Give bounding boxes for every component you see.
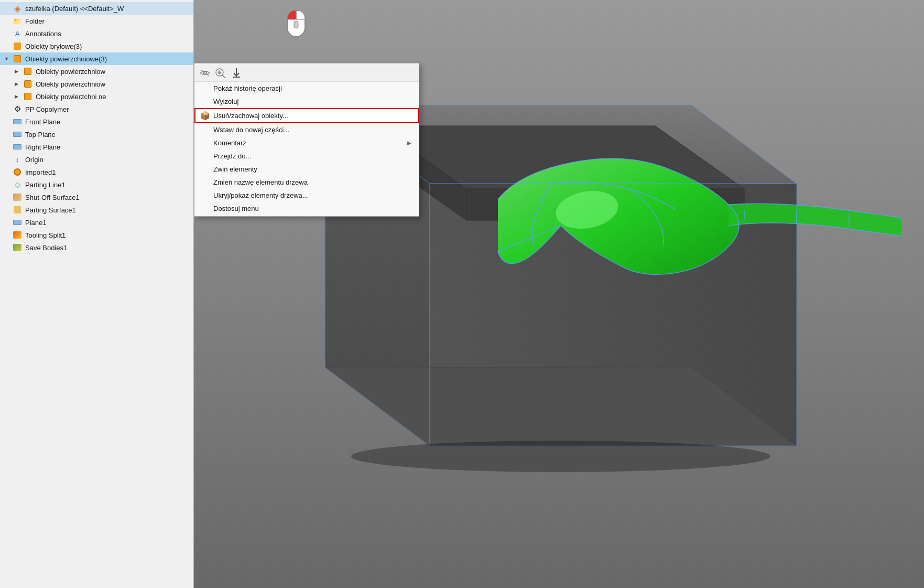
svg-line-20	[222, 75, 225, 78]
submenu-arrow-icon: ▶	[407, 140, 411, 146]
tree-item-top-plane[interactable]: Top Plane	[0, 128, 193, 141]
show-history-label: Pokaż historię operacji	[213, 84, 282, 92]
menu-item-show-history[interactable]: Pokaż historię operacji	[194, 82, 419, 95]
menu-item-insert-new-part[interactable]: Wstaw do nowej części...	[194, 123, 419, 136]
tree-item-title[interactable]: ◈ szufelka (Default) <<Default>_W	[0, 2, 193, 15]
tree-item-parting-surface1[interactable]: Parting Surface1	[0, 204, 193, 216]
hide-icon[interactable]	[199, 67, 211, 79]
context-menu-toolbar	[194, 65, 419, 82]
folder-icon: 📁	[13, 16, 22, 26]
expand-arrow: ▶	[15, 94, 22, 99]
solid-bodies-icon	[13, 41, 22, 51]
customize-label: Dostosuj menu	[213, 205, 259, 212]
save-bodies1-icon	[13, 243, 22, 252]
origin-icon: ↕	[13, 155, 22, 164]
expand-arrow: ▼	[4, 56, 12, 61]
go-to-label: Przejdź do...	[213, 152, 251, 160]
menu-item-remove-keep[interactable]: 📦 Usuń/zachowaj obiekty...	[194, 108, 419, 123]
zoom-icon[interactable]	[214, 67, 227, 79]
comment-label: Komentarz	[213, 139, 246, 147]
feature-tree[interactable]: ◈ szufelka (Default) <<Default>_W 📁 Fold…	[0, 0, 194, 588]
surface1-label: Obiekty powierzchniow	[36, 68, 105, 76]
isolate-label: Wyizoluj	[213, 98, 238, 105]
tree-item-right-plane[interactable]: Right Plane	[0, 141, 193, 153]
surface2-label: Obiekty powierzchniow	[36, 80, 105, 88]
surface2-icon	[23, 79, 32, 89]
expand-arrow: ▶	[15, 69, 22, 74]
folder-label: Folder	[25, 17, 45, 25]
collapse-label: Zwiń elementy	[213, 165, 257, 173]
plane1-icon	[13, 218, 22, 227]
menu-item-comment[interactable]: Komentarz ▶	[194, 136, 419, 149]
save-bodies1-label: Save Bodies1	[25, 244, 67, 252]
parting-surface1-icon	[13, 205, 22, 215]
parting-surface1-label: Parting Surface1	[25, 206, 76, 214]
remove-keep-label: Usuń/zachowaj obiekty...	[213, 112, 288, 120]
surface3-icon	[23, 92, 32, 101]
imported1-icon	[13, 167, 22, 177]
expand-arrow: ▶	[15, 81, 22, 87]
tree-item-front-plane[interactable]: Front Plane	[0, 115, 193, 128]
rename-label: Zmień nazwę elementu drzewa	[213, 178, 308, 186]
tree-item-surface3[interactable]: ▶ Obiekty powierzchni ne	[0, 90, 193, 103]
menu-item-rename[interactable]: Zmień nazwę elementu drzewa	[194, 176, 419, 189]
plane1-label: Plane1	[25, 219, 46, 227]
move-down-icon[interactable]	[230, 67, 243, 79]
hide-show-tree-label: Ukryj/pokaż elementy drzewa...	[213, 191, 308, 199]
menu-item-go-to[interactable]: Przejdź do...	[194, 149, 419, 163]
menu-item-isolate[interactable]: Wyizoluj	[194, 95, 419, 108]
tree-item-pp-copolymer[interactable]: ⚙ PP Copolymer	[0, 103, 193, 115]
mouse-cursor-icon	[283, 5, 309, 42]
remove-keep-icon: 📦	[200, 111, 210, 121]
imported1-label: Imported1	[25, 168, 56, 176]
tree-item-parting-line1[interactable]: ◇ Parting Line1	[0, 178, 193, 191]
shutoff-surface1-label: Shut-Off Surface1	[25, 194, 80, 201]
solid-bodies-label: Obiekty bryłowe(3)	[25, 42, 82, 50]
surface3-label: Obiekty powierzchni ne	[36, 93, 106, 101]
menu-item-customize[interactable]: Dostosuj menu	[194, 202, 419, 215]
surface-bodies-label: Obiekty powierzchniowe(3)	[25, 55, 107, 63]
tree-item-plane1[interactable]: Plane1	[0, 216, 193, 229]
surface-bodies-icon	[13, 54, 22, 63]
front-plane-icon	[13, 117, 22, 126]
material-icon: ⚙	[13, 104, 22, 114]
front-plane-label: Front Plane	[25, 118, 60, 126]
pp-copolymer-label: PP Copolymer	[25, 105, 69, 113]
svg-rect-2	[294, 21, 298, 28]
tree-item-tooling-split1[interactable]: Tooling Split1	[0, 229, 193, 241]
3d-viewport[interactable]: Pokaż historię operacji Wyizoluj 📦 Usuń/…	[194, 0, 924, 588]
surface1-icon	[23, 67, 32, 76]
part-icon: ◈	[13, 4, 22, 13]
svg-point-15	[351, 441, 770, 472]
tree-item-shutoff-surface1[interactable]: Shut-Off Surface1	[0, 191, 193, 204]
shutoff-surface1-icon	[13, 193, 22, 202]
right-plane-label: Right Plane	[25, 143, 60, 151]
parting-line1-icon: ◇	[13, 180, 22, 189]
tooling-split1-icon	[13, 230, 22, 240]
annotation-icon: A	[13, 29, 22, 38]
annotations-label: Annotations	[25, 30, 61, 38]
context-menu[interactable]: Pokaż historię operacji Wyizoluj 📦 Usuń/…	[194, 63, 419, 217]
tree-item-imported1[interactable]: Imported1	[0, 166, 193, 178]
tree-item-surface2[interactable]: ▶ Obiekty powierzchniow	[0, 78, 193, 90]
tree-item-annotations[interactable]: A Annotations	[0, 27, 193, 40]
insert-new-part-label: Wstaw do nowej części...	[213, 126, 289, 134]
origin-label: Origin	[25, 156, 44, 164]
tooling-split1-label: Tooling Split1	[25, 231, 66, 239]
menu-item-collapse[interactable]: Zwiń elementy	[194, 163, 419, 176]
right-plane-icon	[13, 142, 22, 152]
tree-item-surface1[interactable]: ▶ Obiekty powierzchniow	[0, 65, 193, 78]
tree-item-origin[interactable]: ↕ Origin	[0, 153, 193, 166]
tree-title-label: szufelka (Default) <<Default>_W	[25, 5, 124, 13]
tree-item-surface-bodies[interactable]: ▼ Obiekty powierzchniowe(3)	[0, 52, 193, 65]
top-plane-icon	[13, 130, 22, 139]
tree-item-save-bodies1[interactable]: Save Bodies1	[0, 241, 193, 254]
tree-item-folder[interactable]: 📁 Folder	[0, 15, 193, 27]
top-plane-label: Top Plane	[25, 131, 56, 138]
menu-item-hide-show-tree[interactable]: Ukryj/pokaż elementy drzewa...	[194, 189, 419, 202]
tree-item-solid-bodies[interactable]: Obiekty bryłowe(3)	[0, 40, 193, 52]
parting-line1-label: Parting Line1	[25, 181, 66, 189]
